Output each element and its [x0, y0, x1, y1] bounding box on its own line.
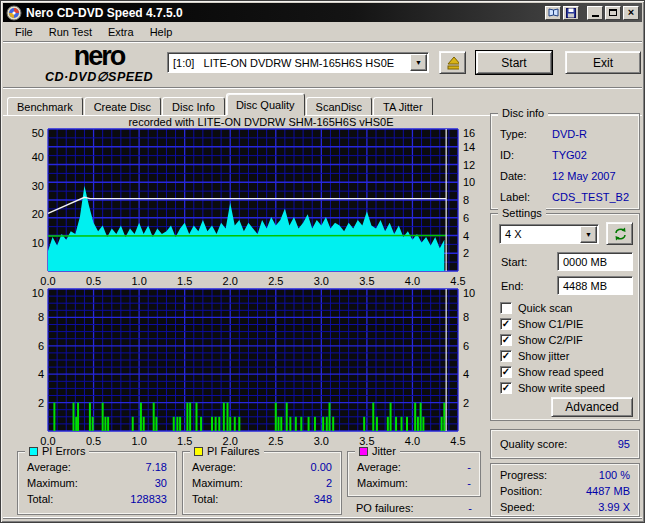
nero-logo: nero CD·DVD∅SPEED [36, 43, 162, 84]
tab-disc-quality[interactable]: Disc Quality [226, 93, 305, 116]
svg-text:2.5: 2.5 [268, 275, 283, 287]
speed-select-dropdown[interactable]: ▼ [580, 226, 597, 243]
disc-type-value: DVD-R [552, 128, 587, 140]
stat-row: Total:348 [183, 491, 341, 507]
svg-text:2: 2 [38, 397, 44, 409]
checkbox-show-c1-pie[interactable]: ✓Show C1/PIE [500, 317, 583, 331]
pi-failures-color-icon [194, 447, 203, 456]
pi-failures-panel: PI Failures Average:0.00 Maximum:2 Total… [182, 451, 342, 515]
svg-text:12: 12 [463, 159, 475, 171]
checkbox-icon: ✓ [500, 366, 512, 378]
stat-row: Average:0.00 [183, 459, 341, 475]
speed-select[interactable]: 4 X ▼ [499, 224, 599, 244]
svg-text:1.5: 1.5 [177, 275, 192, 287]
chevron-down-icon: ▼ [585, 231, 592, 238]
svg-text:2.5: 2.5 [268, 435, 283, 447]
start-position-input[interactable]: 0000 MB [557, 252, 633, 271]
advanced-button[interactable]: Advanced [551, 397, 633, 417]
svg-text:6: 6 [463, 212, 469, 224]
checkbox-show-read-speed[interactable]: ✓Show read speed [500, 365, 604, 379]
checkbox-icon: ✓ [500, 318, 512, 330]
window-bottom-edge [3, 518, 642, 520]
eject-button[interactable] [439, 51, 466, 74]
pi-errors-legend: PI Errors [25, 445, 89, 457]
stat-row: Average:- [348, 459, 480, 475]
svg-text:2.0: 2.0 [223, 275, 238, 287]
nero-logo-wordmark: nero [36, 43, 162, 70]
speed-select-value: 4 X [500, 228, 580, 240]
checkbox-show-write-speed[interactable]: ✓Show write speed [500, 381, 605, 395]
chevron-down-icon: ▼ [415, 59, 422, 66]
pi-failures-legend: PI Failures [190, 445, 264, 457]
menu-help[interactable]: Help [142, 24, 181, 40]
svg-text:0.5: 0.5 [86, 275, 101, 287]
drive-selector-value: [1:0] LITE-ON DVDRW SHM-165H6S HS0E [168, 57, 410, 69]
svg-text:20: 20 [32, 208, 44, 220]
svg-text:8: 8 [38, 311, 44, 323]
menu-extra[interactable]: Extra [100, 24, 142, 40]
pi-errors-panel: PI Errors Average:7.18 Maximum:30 Total:… [17, 451, 177, 515]
maximize-icon [609, 9, 617, 16]
tab-disc-info[interactable]: Disc Info [162, 97, 225, 116]
stat-row: Average:7.18 [18, 459, 176, 475]
quality-score-label: Quality score: [500, 436, 567, 452]
po-failures-label: PO failures: [356, 500, 413, 516]
svg-text:6: 6 [38, 340, 44, 352]
progress-value: 100 % [599, 467, 630, 483]
checkbox-icon: ✓ [500, 382, 512, 394]
jitter-legend: Jitter [355, 445, 400, 457]
drive-selector-dropdown[interactable]: ▼ [410, 54, 427, 71]
quality-score-row: Quality score: 95 [491, 436, 639, 452]
svg-text:1.0: 1.0 [131, 435, 146, 447]
disc-id-value: TYG02 [552, 149, 587, 161]
svg-text:10: 10 [32, 287, 44, 299]
nero-logo-subtitle: CD·DVD∅SPEED [36, 71, 162, 84]
checkbox-show-jitter[interactable]: ✓Show jitter [500, 349, 569, 363]
app-window: Nero CD-DVD Speed 4.7.5.0 × File Run Tes… [0, 0, 645, 523]
save-button[interactable] [563, 6, 579, 20]
svg-text:8: 8 [463, 194, 469, 206]
svg-text:10: 10 [463, 287, 475, 299]
svg-text:3.5: 3.5 [359, 275, 374, 287]
stat-row: Maximum:2 [183, 475, 341, 491]
speed-row: Speed:3.99 X [491, 499, 639, 515]
menu-file[interactable]: File [7, 24, 41, 40]
minimize-button[interactable] [587, 6, 603, 20]
menu-run-test[interactable]: Run Test [41, 24, 100, 40]
end-position-input[interactable]: 4488 MB [557, 276, 633, 295]
checkbox-show-c2-pif[interactable]: ✓Show C2/PIF [500, 333, 583, 347]
start-button[interactable]: Start [476, 51, 552, 74]
jitter-color-icon [359, 447, 368, 456]
disc-info-panel: Disc info Type:DVD-R ID:TYG02 Date:12 Ma… [490, 113, 640, 210]
tab-create-disc[interactable]: Create Disc [84, 97, 161, 116]
refresh-speeds-button[interactable] [606, 222, 633, 245]
stat-row: Maximum:30 [18, 475, 176, 491]
svg-text:8: 8 [463, 311, 469, 323]
position-row: Position:4487 MB [491, 483, 639, 499]
svg-text:10: 10 [32, 237, 44, 249]
checkbox-quick-scan[interactable]: ✓Quick scan [500, 301, 572, 315]
speed-value: 3.99 X [598, 499, 630, 515]
eject-icon [446, 56, 459, 70]
disc-info-title: Disc info [498, 107, 548, 119]
tab-benchmark[interactable]: Benchmark [7, 97, 83, 116]
tab-scandisc[interactable]: ScanDisc [306, 97, 372, 116]
book-icon [548, 8, 559, 17]
close-button[interactable]: × [623, 6, 639, 20]
window-title: Nero CD-DVD Speed 4.7.5.0 [26, 6, 543, 20]
svg-text:3.0: 3.0 [314, 435, 329, 447]
svg-text:3.0: 3.0 [314, 275, 329, 287]
start-position-label: Start: [501, 256, 527, 268]
drive-selector[interactable]: [1:0] LITE-ON DVDRW SHM-165H6S HS0E ▼ [167, 52, 429, 73]
svg-text:30: 30 [32, 180, 44, 192]
tab-ta-jitter[interactable]: TA Jitter [373, 97, 433, 116]
disc-label-row: Label:CDS_TEST_B2 [491, 186, 639, 207]
report-button[interactable] [545, 6, 561, 20]
exit-button[interactable]: Exit [565, 51, 641, 74]
svg-text:16: 16 [463, 127, 475, 139]
maximize-button[interactable] [605, 6, 621, 20]
disc-label-value: CDS_TEST_B2 [552, 191, 629, 203]
end-position-label: End: [501, 280, 524, 292]
settings-title: Settings [498, 207, 546, 219]
po-failures-row: PO failures: - [347, 500, 481, 516]
